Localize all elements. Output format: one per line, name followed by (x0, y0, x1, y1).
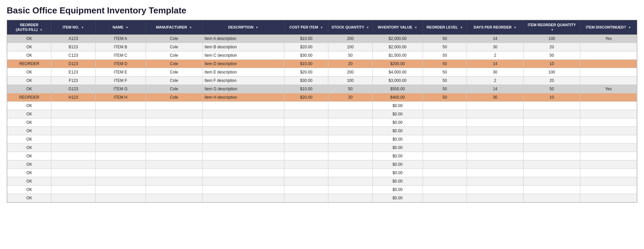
cell-reorder[interactable]: REORDER (7, 93, 51, 101)
cell-itemNo[interactable] (51, 127, 95, 135)
cell-inventoryValue[interactable]: $200.00 (372, 59, 423, 68)
cell-manufacturer[interactable] (146, 168, 202, 177)
cell-costPerItem[interactable]: $20.00 (284, 68, 328, 76)
cell-name[interactable] (95, 127, 146, 135)
cell-name[interactable] (95, 194, 146, 202)
cell-itemNo[interactable] (51, 185, 95, 194)
cell-costPerItem[interactable] (284, 143, 328, 152)
cell-inventoryValue[interactable]: $0.00 (372, 127, 423, 135)
cell-description[interactable]: Item F description (202, 76, 284, 85)
cell-description[interactable] (202, 168, 284, 177)
cell-inventoryValue[interactable]: $0.00 (372, 160, 423, 168)
cell-stockQuantity[interactable]: 20 (328, 59, 372, 68)
cell-reorder[interactable]: OK (7, 135, 51, 143)
cell-costPerItem[interactable]: $10.00 (284, 59, 328, 68)
cell-reorder[interactable]: OK (7, 68, 51, 76)
cell-itemReorderQty[interactable] (524, 194, 580, 202)
cell-inventoryValue[interactable]: $0.00 (372, 118, 423, 127)
cell-manufacturer[interactable]: Cole (146, 76, 202, 85)
cell-reorder[interactable]: OK (7, 34, 51, 43)
cell-name[interactable] (95, 110, 146, 118)
cell-daysPerReorder[interactable] (467, 194, 524, 202)
cell-itemNo[interactable] (51, 168, 95, 177)
cell-discontinued[interactable] (580, 76, 637, 85)
cell-stockQuantity[interactable] (328, 185, 372, 194)
cell-itemNo[interactable]: A123 (51, 34, 95, 43)
cell-manufacturer[interactable]: Cole (146, 59, 202, 68)
cell-stockQuantity[interactable] (328, 177, 372, 185)
cell-itemNo[interactable]: G123 (51, 85, 95, 93)
filter-arrow-itemReorderQty[interactable]: ▼ (551, 28, 554, 32)
cell-name[interactable] (95, 118, 146, 127)
cell-manufacturer[interactable] (146, 143, 202, 152)
cell-name[interactable]: ITEM C (95, 51, 146, 59)
cell-inventoryValue[interactable]: $500.00 (372, 85, 423, 93)
cell-itemReorderQty[interactable] (524, 185, 580, 194)
cell-discontinued[interactable] (580, 118, 637, 127)
cell-itemReorderQty[interactable] (524, 168, 580, 177)
col-header-name[interactable]: NAME ▼ (95, 20, 146, 35)
cell-itemNo[interactable] (51, 135, 95, 143)
cell-reorder[interactable]: OK (7, 85, 51, 93)
cell-reorderLevel[interactable]: 50 (423, 43, 467, 51)
cell-costPerItem[interactable] (284, 177, 328, 185)
cell-stockQuantity[interactable] (328, 194, 372, 202)
cell-itemReorderQty[interactable] (524, 101, 580, 110)
cell-inventoryValue[interactable]: $0.00 (372, 194, 423, 202)
cell-discontinued[interactable] (580, 168, 637, 177)
cell-stockQuantity[interactable]: 200 (328, 68, 372, 76)
cell-reorderLevel[interactable] (423, 101, 467, 110)
cell-daysPerReorder[interactable]: 2 (467, 76, 524, 85)
cell-manufacturer[interactable]: Cole (146, 93, 202, 101)
cell-manufacturer[interactable] (146, 110, 202, 118)
cell-daysPerReorder[interactable] (467, 152, 524, 160)
cell-reorder[interactable]: OK (7, 127, 51, 135)
cell-inventoryValue[interactable]: $0.00 (372, 152, 423, 160)
cell-discontinued[interactable] (580, 110, 637, 118)
cell-reorder[interactable]: OK (7, 143, 51, 152)
cell-stockQuantity[interactable]: 50 (328, 51, 372, 59)
cell-inventoryValue[interactable]: $0.00 (372, 177, 423, 185)
cell-reorderLevel[interactable] (423, 185, 467, 194)
cell-reorder[interactable]: OK (7, 110, 51, 118)
cell-manufacturer[interactable]: Cole (146, 85, 202, 93)
cell-manufacturer[interactable] (146, 118, 202, 127)
cell-inventoryValue[interactable]: $2,000.00 (372, 43, 423, 51)
cell-stockQuantity[interactable] (328, 143, 372, 152)
cell-stockQuantity[interactable] (328, 110, 372, 118)
cell-costPerItem[interactable]: $10.00 (284, 85, 328, 93)
cell-reorder[interactable]: OK (7, 177, 51, 185)
cell-daysPerReorder[interactable] (467, 110, 524, 118)
cell-name[interactable] (95, 101, 146, 110)
cell-reorder[interactable]: OK (7, 51, 51, 59)
cell-description[interactable]: Item H description (202, 93, 284, 101)
col-header-stockQuantity[interactable]: STOCK QUANTITY ▼ (328, 20, 372, 35)
cell-discontinued[interactable] (580, 101, 637, 110)
cell-reorder[interactable]: OK (7, 152, 51, 160)
cell-stockQuantity[interactable] (328, 135, 372, 143)
cell-itemNo[interactable] (51, 110, 95, 118)
cell-discontinued[interactable] (580, 135, 637, 143)
cell-name[interactable]: ITEM E (95, 68, 146, 76)
cell-description[interactable]: Item B description (202, 43, 284, 51)
cell-itemNo[interactable]: H123 (51, 93, 95, 101)
cell-daysPerReorder[interactable]: 14 (467, 34, 524, 43)
cell-reorderLevel[interactable]: 50 (423, 76, 467, 85)
cell-costPerItem[interactable] (284, 135, 328, 143)
cell-discontinued[interactable] (580, 68, 637, 76)
cell-name[interactable]: ITEM F (95, 76, 146, 85)
cell-manufacturer[interactable] (146, 177, 202, 185)
cell-discontinued[interactable] (580, 160, 637, 168)
cell-itemReorderQty[interactable] (524, 135, 580, 143)
cell-name[interactable]: ITEM A (95, 34, 146, 43)
cell-description[interactable] (202, 177, 284, 185)
cell-discontinued[interactable] (580, 152, 637, 160)
col-header-discontinued[interactable]: ITEM DISCONTINUED? ▼ (580, 20, 637, 35)
cell-discontinued[interactable]: Yes (580, 34, 637, 43)
cell-itemReorderQty[interactable] (524, 177, 580, 185)
cell-reorder[interactable]: OK (7, 194, 51, 202)
cell-discontinued[interactable]: Yes (580, 85, 637, 93)
cell-reorderLevel[interactable] (423, 118, 467, 127)
cell-reorderLevel[interactable]: 50 (423, 85, 467, 93)
cell-reorderLevel[interactable] (423, 194, 467, 202)
